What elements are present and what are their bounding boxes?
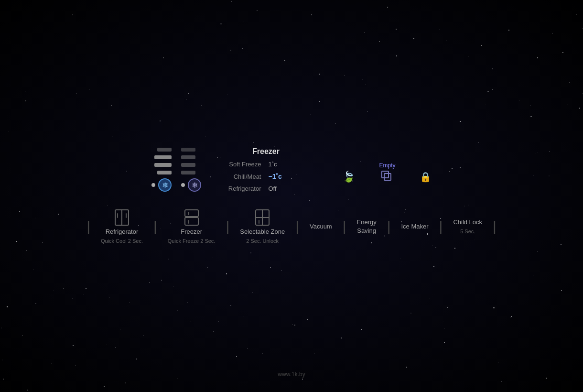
footer-text: www.1k.by bbox=[278, 371, 305, 378]
divider-1: | bbox=[152, 219, 158, 234]
refrigerator-button-sublabel: Quick Cool 2 Sec. bbox=[101, 238, 143, 244]
chill-meat-label: Chill/Meat bbox=[218, 173, 261, 180]
main-content: ❄ ❄ Freezer Soft Freeze bbox=[0, 0, 583, 392]
refrigerator-status-row: Refrigerator Off bbox=[218, 185, 313, 192]
leaf-icon: 🍃 bbox=[342, 171, 355, 183]
energy-saving-button[interactable]: EnergySaving bbox=[347, 218, 386, 235]
vacuum-button-label: Vacuum bbox=[310, 223, 332, 231]
bar-4 bbox=[157, 171, 172, 174]
freezer-button-sublabel: Quick Freeze 2 Sec. bbox=[168, 238, 216, 244]
soft-freeze-row: Soft Freeze 1˚c bbox=[218, 161, 313, 168]
energy-saving-button-label: EnergySaving bbox=[357, 218, 377, 235]
freezer-title: Freezer bbox=[252, 147, 280, 155]
footer: www.1k.by bbox=[278, 371, 305, 378]
ice-maker-button[interactable]: Ice Maker bbox=[392, 223, 438, 231]
freezer-button[interactable]: Freezer Quick Freeze 2 Sec. bbox=[158, 209, 225, 244]
freezer-icon bbox=[184, 209, 199, 226]
divider-4: | bbox=[342, 219, 347, 234]
chill-meat-value: −1˚c bbox=[268, 173, 281, 180]
ice-maker-status: Empty bbox=[379, 162, 395, 182]
refrigerator-bar-column: ❄ bbox=[151, 148, 172, 192]
divider-end: | bbox=[492, 219, 497, 234]
divider-3: | bbox=[294, 219, 300, 234]
chill-meat-row: Chill/Meat −1˚c bbox=[218, 173, 313, 180]
refrigerator-value: Off bbox=[268, 185, 276, 192]
bar-1 bbox=[157, 148, 172, 152]
soft-freeze-label: Soft Freeze bbox=[218, 161, 261, 168]
soft-freeze-value: 1˚c bbox=[268, 161, 277, 168]
refrigerator-button-label: Refrigerator bbox=[106, 228, 139, 236]
snowflake-left-icon: ❄ bbox=[158, 178, 172, 192]
refrigerator-label: Refrigerator bbox=[218, 185, 261, 192]
snowflake-right-icon: ❄ bbox=[188, 178, 201, 192]
vacuum-button[interactable]: Vacuum bbox=[300, 223, 342, 231]
bar-3 bbox=[154, 163, 172, 167]
selectable-zone-icon bbox=[255, 209, 270, 226]
child-lock-button[interactable]: Child Lock 5 Sec. bbox=[443, 218, 492, 235]
status-icons-area: 🍃 Empty 🔒 bbox=[342, 156, 431, 183]
freezer-button-label: Freezer bbox=[181, 228, 202, 236]
refrigerator-button[interactable]: Refrigerator Quick Cool 2 Sec. bbox=[91, 209, 152, 244]
svg-rect-4 bbox=[185, 210, 198, 217]
freezer-bar-column: ❄ bbox=[181, 148, 201, 192]
selectable-zone-button[interactable]: Selectable Zone 2 Sec. Unlock bbox=[230, 209, 294, 244]
divider-5: | bbox=[386, 219, 392, 234]
bar-r3 bbox=[181, 163, 195, 167]
selectable-zone-button-label: Selectable Zone bbox=[240, 228, 285, 236]
divider-2: | bbox=[225, 219, 230, 234]
ice-maker-icon bbox=[381, 171, 393, 182]
ice-maker-button-label: Ice Maker bbox=[401, 223, 429, 231]
child-lock-button-sublabel: 5 Sec. bbox=[460, 229, 475, 235]
freezer-info-panel: Freezer Soft Freeze 1˚c Chill/Meat −1˚c … bbox=[218, 147, 313, 192]
divider-6: | bbox=[438, 219, 444, 234]
divider-start: | bbox=[86, 219, 91, 234]
dot-indicator-left bbox=[151, 183, 155, 187]
dot-indicator-right bbox=[181, 183, 185, 187]
button-row: | Refrigerator Quick Cool 2 Sec. | Freez… bbox=[86, 209, 497, 244]
empty-label: Empty bbox=[379, 162, 395, 169]
bar-2 bbox=[154, 155, 172, 159]
refrigerator-icon bbox=[114, 209, 130, 226]
bar-r1 bbox=[181, 148, 195, 152]
svg-rect-5 bbox=[185, 218, 198, 225]
child-lock-button-label: Child Lock bbox=[453, 218, 482, 227]
bar-r2 bbox=[181, 155, 195, 159]
bar-r4 bbox=[181, 171, 195, 174]
lock-icon: 🔒 bbox=[420, 171, 432, 183]
selectable-zone-button-sublabel: 2 Sec. Unlock bbox=[246, 238, 279, 244]
